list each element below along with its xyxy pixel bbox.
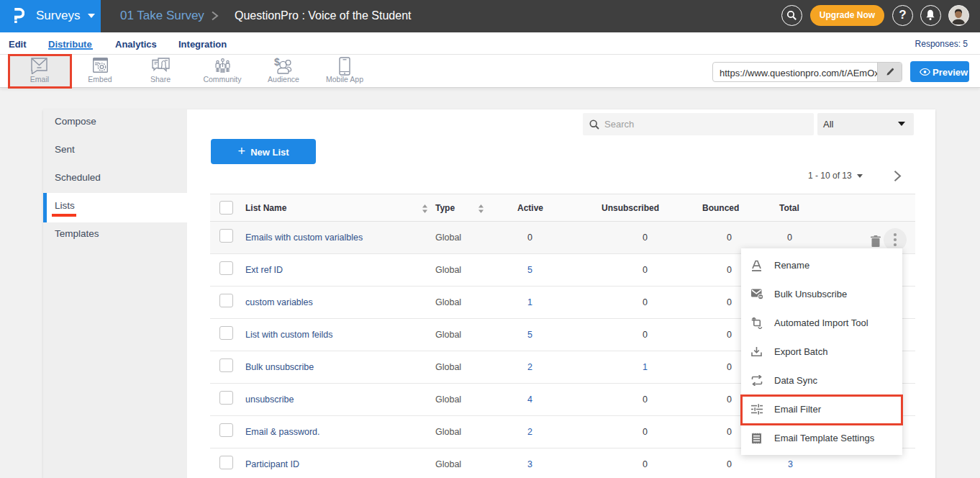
- svg-text:$: $: [274, 57, 280, 68]
